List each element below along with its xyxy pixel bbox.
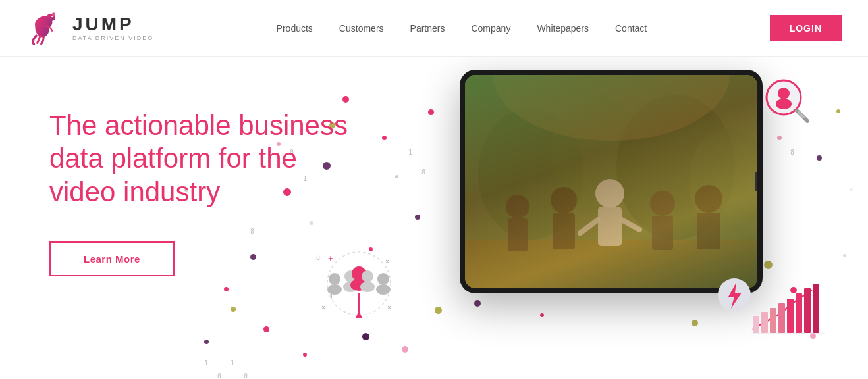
svg-rect-13 — [508, 218, 528, 251]
svg-rect-53 — [787, 299, 794, 333]
svg-rect-55 — [804, 288, 811, 333]
svg-line-19 — [622, 220, 639, 230]
scatter-num: 1 — [231, 359, 234, 366]
svg-line-29 — [799, 113, 803, 117]
logo[interactable]: JUMP DATA DRIVEN VIDEO — [26, 9, 153, 48]
svg-point-36 — [327, 284, 342, 295]
nav-customers[interactable]: Customers — [339, 23, 384, 34]
tablet-frame — [460, 70, 763, 293]
main-nav: Products Customers Partners Company Whit… — [277, 23, 647, 34]
scatter-num: 1 — [408, 149, 412, 156]
login-button[interactable]: LOGIN — [770, 15, 842, 41]
scatter-num: 0 — [244, 372, 248, 379]
svg-point-27 — [776, 99, 792, 109]
svg-rect-23 — [697, 213, 720, 249]
scatter-num: 0 — [217, 372, 221, 379]
svg-rect-24 — [465, 75, 757, 288]
hero-section: 1 0 1 0 1 8 1 8 1 0 0 1 8 1 0 1 0 The ac… — [0, 57, 868, 379]
hero-headline: The actionable business data platform fo… — [49, 109, 366, 209]
svg-text:×: × — [387, 304, 391, 311]
scatter-num: 8 — [790, 149, 794, 156]
svg-point-9 — [689, 128, 757, 233]
header: JUMP DATA DRIVEN VIDEO Products Customer… — [0, 0, 868, 57]
svg-point-10 — [493, 75, 730, 141]
svg-marker-46 — [356, 310, 362, 318]
nav-partners[interactable]: Partners — [410, 23, 445, 34]
svg-point-7 — [551, 95, 643, 213]
svg-point-6 — [478, 108, 583, 240]
nav-company[interactable]: Company — [471, 23, 510, 34]
svg-rect-5 — [465, 75, 757, 288]
svg-point-41 — [362, 270, 373, 282]
svg-point-42 — [360, 282, 375, 292]
svg-point-35 — [329, 273, 340, 285]
svg-text:+: + — [328, 253, 333, 264]
svg-point-22 — [695, 185, 722, 213]
svg-point-44 — [376, 284, 391, 295]
svg-point-14 — [551, 187, 577, 213]
logo-tagline: DATA DRIVEN VIDEO — [72, 35, 153, 41]
svg-rect-54 — [796, 293, 802, 333]
tablet-screen — [465, 75, 757, 288]
nav-contact[interactable]: Contact — [615, 23, 647, 34]
chart-icon — [749, 280, 828, 340]
tablet-home-button — [755, 172, 759, 191]
users-icon: + × × × — [316, 247, 402, 333]
logo-icon — [26, 9, 66, 48]
lightning-icon — [717, 277, 753, 313]
svg-rect-49 — [753, 316, 759, 333]
svg-rect-21 — [652, 216, 673, 250]
svg-point-12 — [506, 195, 529, 218]
logo-name: JUMP — [72, 15, 153, 34]
scatter-num: 8 — [421, 168, 425, 176]
tablet-device — [460, 70, 763, 307]
svg-point-26 — [778, 88, 790, 99]
nav-products[interactable]: Products — [277, 23, 313, 34]
svg-point-8 — [616, 95, 735, 240]
logo-text: JUMP DATA DRIVEN VIDEO — [72, 15, 153, 41]
svg-rect-51 — [770, 308, 776, 333]
svg-text:×: × — [385, 258, 389, 265]
svg-rect-50 — [761, 312, 768, 333]
svg-point-4 — [51, 15, 53, 16]
svg-point-16 — [595, 179, 624, 208]
svg-point-43 — [377, 273, 389, 285]
svg-rect-52 — [778, 303, 785, 333]
learn-more-button[interactable]: Learn More — [49, 241, 175, 276]
svg-rect-15 — [553, 213, 575, 249]
svg-rect-56 — [813, 284, 819, 333]
scatter-num: 1 — [204, 359, 208, 366]
svg-rect-11 — [465, 240, 757, 288]
svg-text:×: × — [321, 304, 325, 311]
svg-rect-17 — [598, 207, 622, 246]
magnifier-icon — [763, 76, 815, 129]
svg-point-20 — [650, 191, 675, 216]
nav-whitepapers[interactable]: Whitepapers — [537, 23, 589, 34]
svg-line-18 — [580, 220, 598, 233]
